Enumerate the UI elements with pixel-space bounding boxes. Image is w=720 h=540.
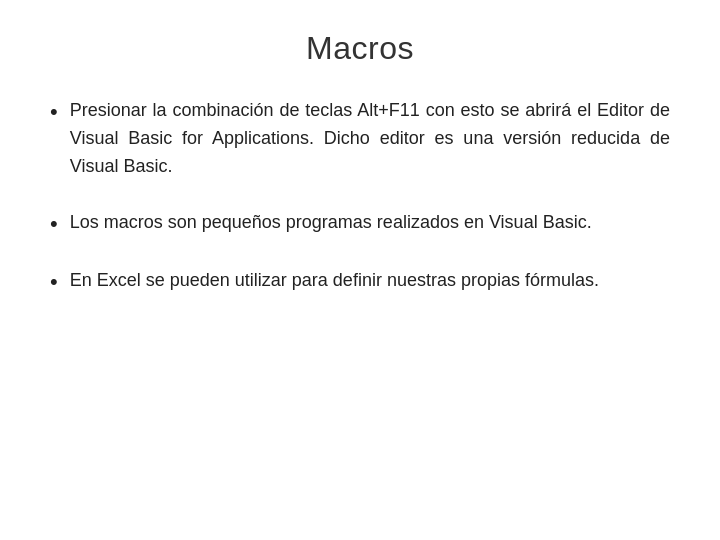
- bullet-item-2: •Los macros son pequeños programas reali…: [50, 209, 670, 240]
- bullet-dot-3: •: [50, 267, 58, 298]
- content-area: •Presionar la combinación de teclas Alt+…: [50, 97, 670, 298]
- bullet-text-1: Presionar la combinación de teclas Alt+F…: [70, 97, 670, 181]
- bullet-item-3: •En Excel se pueden utilizar para defini…: [50, 267, 670, 298]
- page-title: Macros: [306, 30, 414, 67]
- bullet-text-3: En Excel se pueden utilizar para definir…: [70, 267, 670, 295]
- bullet-item-1: •Presionar la combinación de teclas Alt+…: [50, 97, 670, 181]
- bullet-dot-1: •: [50, 97, 58, 128]
- bullet-dot-2: •: [50, 209, 58, 240]
- bullet-text-2: Los macros son pequeños programas realiz…: [70, 209, 670, 237]
